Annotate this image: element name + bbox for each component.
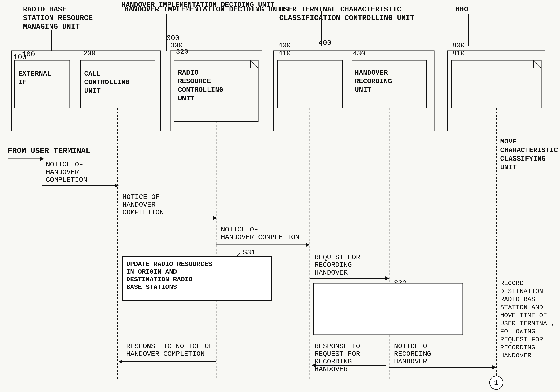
- msg-notice-1-line3: COMPLETION: [46, 176, 87, 184]
- group-label-utcc: 800: [455, 5, 468, 14]
- group-label-radio-base-3: MANAGING UNIT: [23, 23, 80, 31]
- call-controlling-label-2: CONTROLLING: [84, 79, 130, 86]
- svg-rect-41: [314, 283, 463, 335]
- response-request-line4: HANDOVER: [315, 365, 348, 373]
- move-char-label-4: UNIT: [500, 164, 517, 171]
- external-if-label-2: IF: [18, 79, 26, 86]
- response-notice-line2: HANDOVER COMPLETION: [126, 350, 205, 358]
- record-dest-line9: RECORDING: [500, 344, 535, 351]
- msg-notice-3-line2: HANDOVER COMPLETION: [221, 233, 299, 241]
- update-radio-line1: UPDATE RADIO RESOURCES: [126, 261, 212, 268]
- request-recording-line2: RECORDING: [315, 261, 352, 269]
- record-dest-line5: MOVE TIME OF: [500, 312, 547, 319]
- response-request-line1: RESPONSE TO: [315, 342, 360, 350]
- id-300-box: 300: [170, 42, 183, 50]
- from-user-terminal: FROM USER TERMINAL: [8, 147, 90, 155]
- response-notice-line1: RESPONSE TO NOTICE OF: [126, 342, 213, 350]
- move-char-label-3: CLASSIFYING: [500, 155, 546, 163]
- circle-1: 1: [494, 379, 499, 387]
- notice-recording-line3: HANDOVER: [394, 358, 427, 366]
- notice-recording-line2: RECORDING: [394, 350, 431, 358]
- record-dest-line1: RECORD: [500, 280, 523, 287]
- record-dest-line10: HANDOVER: [500, 352, 531, 359]
- msg-notice-2-line2: HANDOVER: [122, 201, 156, 209]
- update-radio-line2: IN ORIGIN AND: [126, 268, 177, 275]
- msg-notice-1-line1: NOTICE OF: [46, 161, 83, 169]
- handover-recording-label: HANDOVER: [355, 69, 388, 77]
- msg-notice-3-line1: NOTICE OF: [221, 226, 258, 234]
- response-request-line2: REQUEST FOR: [315, 350, 360, 358]
- handover-recording-label-3: UNIT: [355, 86, 371, 94]
- record-dest-line6: USER TERMINAL,: [500, 320, 555, 327]
- id-800-box: 800: [452, 42, 465, 50]
- msg-notice-2-line3: COMPLETION: [122, 209, 164, 216]
- update-radio-line3: DESTINATION RADIO: [126, 276, 193, 283]
- s31-label: S31: [243, 249, 255, 257]
- record-dest-line8: REQUEST FOR: [500, 336, 543, 343]
- request-recording-line3: HANDOVER: [315, 269, 348, 277]
- request-recording-line1: REQUEST FOR: [315, 253, 360, 261]
- call-controlling-label-3: UNIT: [84, 87, 100, 95]
- group-label-hcu: USER TERMINAL CHARACTERISTIC: [279, 5, 401, 14]
- notice-recording-line1: NOTICE OF: [394, 342, 431, 350]
- id-200: 200: [83, 50, 96, 58]
- svg-rect-0: [0, 0, 560, 392]
- call-controlling-label: CALL: [84, 70, 100, 78]
- update-radio-line4: BASE STATIONS: [126, 283, 177, 291]
- radio-resource-label-3: CONTROLLING: [178, 86, 223, 94]
- group-label-radio-base-2: STATION RESOURCE: [23, 14, 93, 22]
- msg-notice-2-line1: NOTICE OF: [122, 193, 160, 201]
- record-dest-line4: STATION AND: [500, 304, 543, 311]
- external-if-label: EXTERNAL: [18, 70, 51, 78]
- id-400-box: 400: [278, 42, 291, 50]
- hidu-label-top: HANDOVER IMPLEMENTATION DECIDING UNIT: [122, 1, 274, 9]
- diagram-container: RADIO BASE STATION RESOURCE MANAGING UNI…: [0, 0, 560, 392]
- id-410: 410: [278, 50, 291, 58]
- group-label-radio-base: RADIO BASE: [23, 5, 67, 14]
- response-request-line3: RECORDING: [315, 358, 352, 366]
- group-label-hcu-2: CLASSIFICATION CONTROLLING UNIT: [279, 14, 414, 22]
- move-char-label-2: CHARACTERISTIC: [500, 146, 558, 154]
- move-char-label-1: MOVE: [500, 138, 517, 146]
- msg-notice-1-line2: HANDOVER: [46, 168, 79, 176]
- record-dest-line7: FOLLOWING: [500, 328, 535, 335]
- record-dest-line3: RADIO BASE: [500, 296, 539, 303]
- radio-resource-label-2: RESOURCE: [178, 78, 211, 85]
- id-810: 810: [452, 50, 465, 58]
- id-430: 430: [353, 50, 365, 58]
- radio-resource-label: RADIO: [178, 69, 199, 77]
- radio-resource-label-4: UNIT: [178, 95, 194, 102]
- record-dest-line2: DESTINATION: [500, 288, 543, 295]
- id-300: 300: [166, 34, 180, 42]
- handover-recording-label-2: RECORDING: [355, 78, 392, 85]
